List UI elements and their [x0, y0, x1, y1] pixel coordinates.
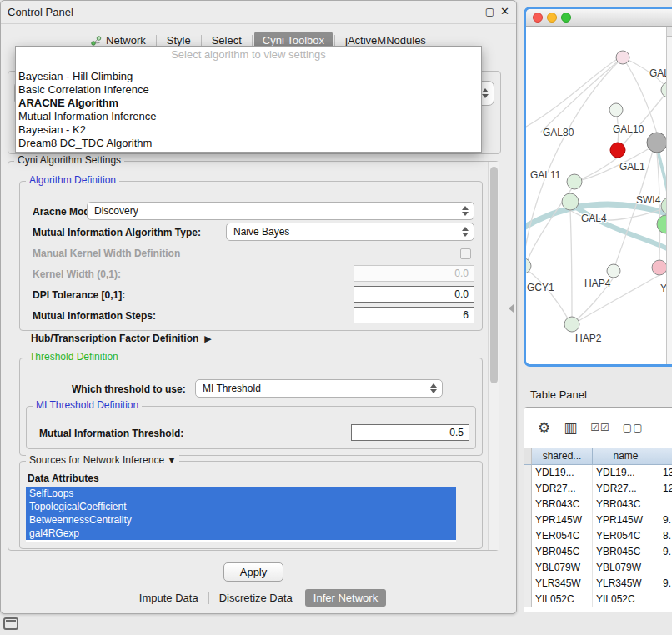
network-view-window: GALGAL80GAL10GAL11GAL1SWI4GAL4GCY1HAP4HA…	[524, 7, 672, 367]
algorithm-option-bayesian-k2[interactable]: Bayesian - K2	[16, 123, 481, 137]
table-panel-title: Table Panel	[530, 388, 587, 401]
network-node[interactable]	[567, 174, 582, 189]
algorithm-dropdown-list: Bayesian - Hill ClimbingBasic Correlatio…	[16, 63, 481, 152]
zoom-window-button[interactable]	[561, 12, 571, 22]
table-cell: 9.	[659, 512, 672, 528]
dpi-tolerance-field[interactable]: 0.0	[354, 286, 474, 302]
network-vertical-scrollbar[interactable]	[666, 27, 672, 364]
table-header: shared...name	[524, 448, 672, 465]
dpi-tolerance-value: 0.0	[454, 288, 469, 300]
network-node[interactable]	[609, 103, 623, 117]
mi-threshold-field[interactable]: 0.5	[351, 424, 469, 441]
column-selector-icon[interactable]: ▥	[564, 419, 578, 437]
mi-algorithm-type-combo[interactable]: Naive Bayes	[226, 222, 474, 241]
network-node[interactable]	[616, 51, 629, 64]
manual-kernel-width-checkbox[interactable]	[460, 248, 471, 259]
settings-scrollbar-thumb[interactable]	[490, 167, 498, 383]
attribute-item-selfloops[interactable]: SelfLoops	[26, 487, 456, 500]
select-all-checkboxes-icon[interactable]: ☑☑	[590, 422, 610, 433]
close-window-button[interactable]	[533, 12, 543, 22]
network-node[interactable]	[647, 132, 667, 152]
table-cell	[659, 497, 672, 512]
mi-threshold-value: 0.5	[449, 427, 464, 438]
tab-label: jActiveMNodules	[345, 34, 426, 47]
table-row[interactable]: YBR043CYBR043C	[524, 497, 672, 512]
table-row[interactable]: YER054CYER054C8.	[524, 528, 672, 544]
row-gutter	[524, 528, 532, 544]
tab-label: Cyni Toolbox	[263, 34, 324, 47]
network-edge[interactable]	[526, 58, 623, 258]
table-row[interactable]: YIL052CYIL052C	[524, 592, 672, 608]
network-node[interactable]	[564, 317, 579, 332]
tab-label: Infer Network	[313, 592, 378, 604]
minimize-window-button[interactable]	[547, 12, 557, 22]
sources-legend: Sources for Network Inference ▼	[26, 455, 179, 466]
apply-button[interactable]: Apply	[223, 562, 283, 582]
row-gutter	[524, 465, 532, 481]
table-row[interactable]: YBL079WYBL079W	[524, 560, 672, 576]
network-node[interactable]	[562, 193, 579, 210]
bottom-tab-infer-network[interactable]: Infer Network	[305, 589, 386, 607]
node-label-hap2: HAP2	[575, 332, 602, 344]
table-row[interactable]: YLR345WYLR345W9.	[524, 576, 672, 592]
table-body: YDL19...YDL19...13YDR27...YDR27...12.YBR…	[524, 465, 672, 612]
table-cell: YBR045C	[593, 544, 659, 560]
algorithm-option-dream8-dc-tdc-algorithm[interactable]: Dream8 DC_TDC Algorithm	[16, 137, 481, 150]
mi-steps-field[interactable]: 6	[354, 307, 474, 323]
column-header-shared[interactable]: shared...	[532, 448, 593, 465]
aracne-mode-combo[interactable]: Discovery	[87, 202, 474, 220]
network-node[interactable]	[652, 260, 667, 275]
deselect-all-checkboxes-icon[interactable]: ▢▢	[623, 422, 644, 433]
table-row[interactable]: YDR27...YDR27...12.	[524, 481, 672, 497]
gear-icon[interactable]: ⚙	[538, 419, 551, 437]
algorithm-option-aracne-algorithm[interactable]: ARACNE Algorithm	[16, 97, 481, 110]
collapsed-arrow-icon[interactable]: ▶	[204, 333, 211, 344]
expanded-arrow-icon[interactable]: ▼	[167, 455, 176, 465]
algorithm-option-basic-correlation-inference[interactable]: Basic Correlation Inference	[16, 83, 481, 97]
network-edge[interactable]	[526, 60, 616, 127]
attribute-item-betweennesscentrality[interactable]: BetweennessCentrality	[26, 513, 456, 527]
network-node[interactable]	[607, 264, 620, 278]
which-threshold-label: Which threshold to use:	[72, 383, 186, 395]
row-gutter	[524, 497, 532, 512]
splitter-handle[interactable]	[509, 304, 514, 312]
network-edge[interactable]	[529, 271, 568, 318]
restore-panel-icon[interactable]	[3, 618, 18, 630]
network-window-titlebar[interactable]	[526, 9, 672, 27]
table-cell: YLR345W	[593, 576, 659, 592]
column-header-col2[interactable]	[659, 448, 672, 465]
attribute-item-topologicalcoefficient[interactable]: TopologicalCoefficient	[26, 500, 456, 513]
data-attributes-list[interactable]: SelfLoopsTopologicalCoefficientBetweenne…	[26, 487, 456, 542]
bottom-tab-discretize-data[interactable]: Discretize Data	[211, 589, 301, 607]
network-canvas[interactable]: GALGAL80GAL10GAL11GAL1SWI4GAL4GCY1HAP4HA…	[526, 27, 672, 364]
table-row[interactable]: YPR145WYPR145W9.	[524, 512, 672, 528]
table-row[interactable]: YDL19...YDL19...13	[524, 465, 672, 481]
algorithm-option-mutual-information-inference[interactable]: Mutual Information Inference	[16, 110, 481, 123]
table-cell: YIL052C	[593, 592, 659, 608]
table-cell: YBL079W	[532, 560, 593, 576]
close-panel-icon[interactable]: ✕	[500, 5, 509, 18]
network-node[interactable]	[610, 142, 625, 158]
table-row[interactable]: YBR045CYBR045C9.	[524, 544, 672, 560]
column-header-name[interactable]: name	[593, 448, 659, 465]
bottom-tab-impute-data[interactable]: Impute Data	[131, 589, 207, 607]
data-attributes-label: Data Attributes	[28, 472, 99, 484]
row-gutter	[524, 560, 532, 576]
scroll-button[interactable]	[667, 27, 672, 37]
table-cell: YBR043C	[593, 497, 659, 512]
network-edge[interactable]	[570, 210, 572, 317]
float-panel-icon[interactable]: ▢	[485, 6, 494, 18]
network-tab-icon	[91, 36, 102, 46]
tab-label: Style	[167, 34, 191, 47]
algorithm-option-bayesian-hill-climbing[interactable]: Bayesian - Hill Climbing	[16, 70, 481, 83]
table-cell: 13	[659, 465, 672, 481]
threshold-definition-legend: Threshold Definition	[29, 351, 118, 362]
network-node[interactable]	[526, 258, 531, 273]
kernel-width-field[interactable]: 0.0	[354, 265, 474, 282]
tab-label: Discretize Data	[219, 592, 293, 604]
which-threshold-combo[interactable]: MI Threshold	[195, 379, 443, 398]
hub-definition-section[interactable]: Hub/Transcription Factor Definition ▶	[31, 332, 212, 344]
network-edge[interactable]	[541, 58, 623, 132]
settings-scrollbar[interactable]	[488, 162, 499, 550]
attribute-item-gal4rgexp[interactable]: gal4RGexp	[26, 527, 456, 540]
